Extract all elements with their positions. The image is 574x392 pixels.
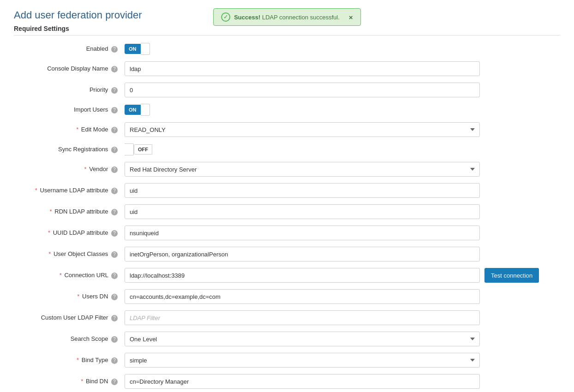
uuid-ldap-attr-row: * UUID LDAP attribute ? <box>14 226 560 240</box>
sync-registrations-help-icon[interactable]: ? <box>111 147 118 153</box>
bind-type-select[interactable]: simple none <box>125 353 480 368</box>
rdn-ldap-attr-input[interactable] <box>125 204 480 219</box>
uuid-ldap-help-icon[interactable]: ? <box>111 230 118 237</box>
user-object-classes-input[interactable] <box>125 247 480 261</box>
enabled-toggle[interactable]: ON <box>125 43 150 55</box>
search-scope-row: Search Scope ? One Level Subtree <box>14 332 560 346</box>
users-dn-required-star: * <box>77 293 79 300</box>
users-dn-help-icon[interactable]: ? <box>111 294 118 300</box>
priority-help-icon[interactable]: ? <box>111 87 118 94</box>
bind-type-help-icon[interactable]: ? <box>111 357 118 364</box>
users-dn-label: * Users DN ? <box>14 293 125 300</box>
rdn-ldap-attr-row: * RDN LDAP attribute ? <box>14 204 560 219</box>
vendor-row: * Vendor ? Red Hat Directory Server Acti… <box>14 162 560 177</box>
sync-off-indicator[interactable] <box>125 143 134 155</box>
connection-url-label: * Connection URL ? <box>14 272 125 279</box>
vendor-label: * Vendor ? <box>14 166 125 173</box>
success-icon: ✓ <box>221 12 230 22</box>
username-ldap-attr-label: * Username LDAP attribute ? <box>14 187 125 194</box>
console-display-name-label: Console Display Name ? <box>14 65 125 72</box>
username-ldap-help-icon[interactable]: ? <box>111 188 118 194</box>
rdn-ldap-attr-label: * RDN LDAP attribute ? <box>14 208 125 215</box>
bind-dn-label: * Bind DN ? <box>14 378 125 385</box>
username-ldap-required-star: * <box>35 187 37 194</box>
vendor-required-star: * <box>84 166 86 172</box>
vendor-help-icon[interactable]: ? <box>111 166 118 173</box>
close-banner-button[interactable]: × <box>349 13 353 21</box>
console-display-name-help-icon[interactable]: ? <box>111 66 118 72</box>
bind-type-label: * Bind Type ? <box>14 356 125 364</box>
success-message: LDAP connection successful. <box>262 14 340 21</box>
enabled-row: Enabled ? ON <box>14 43 560 55</box>
sync-registrations-row: Sync Registrations ? OFF <box>14 143 560 155</box>
users-dn-input[interactable] <box>125 289 480 304</box>
user-object-classes-row: * User Object Classes ? <box>14 247 560 261</box>
toggle-on-indicator[interactable] <box>141 43 150 55</box>
sync-registrations-toggle[interactable]: OFF <box>125 143 152 155</box>
uuid-ldap-required-star: * <box>48 229 50 236</box>
connection-url-help-icon[interactable]: ? <box>111 273 118 279</box>
enabled-label: Enabled ? <box>14 45 125 53</box>
custom-ldap-filter-help-icon[interactable]: ? <box>111 315 118 321</box>
search-scope-label: Search Scope ? <box>14 335 125 343</box>
console-display-name-input[interactable] <box>125 61 480 76</box>
import-users-help-icon[interactable]: ? <box>111 107 118 113</box>
rdn-ldap-required-star: * <box>50 208 52 215</box>
custom-ldap-filter-label: Custom User LDAP Filter ? <box>14 314 125 321</box>
priority-label: Priority ? <box>14 86 125 94</box>
success-bold-text: Success! <box>234 14 260 21</box>
search-scope-help-icon[interactable]: ? <box>111 336 118 343</box>
edit-mode-row: * Edit Mode ? READ_ONLY WRITABLE UNSYNCE… <box>14 122 560 137</box>
edit-mode-help-icon[interactable]: ? <box>111 127 118 133</box>
check-icon: ✓ <box>223 14 228 20</box>
uuid-ldap-attr-input[interactable] <box>125 226 480 240</box>
test-connection-button[interactable]: Test connection <box>484 268 539 283</box>
edit-mode-select[interactable]: READ_ONLY WRITABLE UNSYNCED <box>125 122 480 137</box>
sync-registrations-label: Sync Registrations ? <box>14 146 125 153</box>
import-users-toggle-label[interactable]: ON <box>125 105 141 115</box>
bind-type-row: * Bind Type ? simple none <box>14 353 560 368</box>
rdn-ldap-help-icon[interactable]: ? <box>111 209 118 215</box>
connection-url-required-star: * <box>60 272 62 279</box>
priority-row: Priority ? <box>14 83 560 97</box>
custom-ldap-filter-input[interactable] <box>125 310 480 325</box>
user-object-classes-required-star: * <box>48 250 51 257</box>
username-ldap-attr-row: * Username LDAP attribute ? <box>14 183 560 198</box>
custom-ldap-filter-row: Custom User LDAP Filter ? <box>14 310 560 325</box>
priority-input[interactable] <box>125 83 480 97</box>
bind-dn-row: * Bind DN ? <box>14 374 560 389</box>
connection-url-input-group: Test connection <box>125 268 539 283</box>
user-object-classes-label: * User Object Classes ? <box>14 250 125 258</box>
console-display-name-row: Console Display Name ? <box>14 61 560 76</box>
import-users-row: Import Users ? ON <box>14 104 560 116</box>
users-dn-row: * Users DN ? <box>14 289 560 304</box>
connection-url-row: * Connection URL ? Test connection <box>14 268 560 283</box>
bind-dn-help-icon[interactable]: ? <box>111 379 118 385</box>
bind-type-required-star: * <box>77 356 79 363</box>
edit-mode-label: * Edit Mode ? <box>14 126 125 133</box>
bind-dn-input[interactable] <box>125 374 480 389</box>
uuid-ldap-attr-label: * UUID LDAP attribute ? <box>14 229 125 237</box>
edit-mode-required-star: * <box>76 126 78 133</box>
username-ldap-attr-input[interactable] <box>125 183 480 198</box>
import-users-toggle-indicator[interactable] <box>141 104 150 116</box>
import-users-label: Import Users ? <box>14 106 125 113</box>
required-settings-title: Required Settings <box>14 25 560 36</box>
sync-off-label[interactable]: OFF <box>134 144 152 154</box>
bind-dn-required-star: * <box>81 378 83 385</box>
enabled-help-icon[interactable]: ? <box>111 46 118 53</box>
connection-url-input[interactable] <box>125 268 480 283</box>
success-banner: ✓ Success! LDAP connection successful. × <box>213 8 361 26</box>
vendor-select[interactable]: Red Hat Directory Server Active Director… <box>125 162 480 177</box>
user-object-classes-help-icon[interactable]: ? <box>111 251 118 258</box>
toggle-on-label[interactable]: ON <box>125 44 141 54</box>
import-users-toggle[interactable]: ON <box>125 104 150 116</box>
search-scope-select[interactable]: One Level Subtree <box>125 332 480 346</box>
